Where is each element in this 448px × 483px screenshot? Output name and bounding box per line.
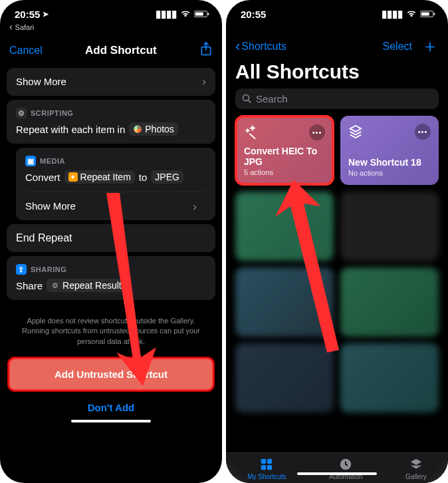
select-button[interactable]: Select	[383, 41, 412, 53]
add-untrusted-shortcut-button[interactable]: Add Untrusted Shortcut	[8, 357, 214, 391]
shortcuts-grid: ••• Convert HEIC To JPG 5 actions ••• Ne…	[226, 116, 448, 412]
repeat-text: Repeat with each item in	[16, 124, 125, 135]
svg-rect-2	[195, 12, 203, 15]
repeat-item-token[interactable]: ✶ Repeat Item	[64, 170, 135, 184]
end-repeat-label: End Repeat	[16, 232, 72, 243]
tile-name: Convert HEIC To JPG	[244, 146, 325, 167]
share-icon[interactable]	[199, 41, 213, 60]
search-input[interactable]: Search	[235, 88, 439, 109]
photos-icon	[133, 124, 142, 134]
share-text: Share	[16, 280, 43, 291]
tile-menu-button[interactable]: •••	[309, 124, 325, 140]
grid-icon	[259, 457, 275, 472]
tile-subtitle: 5 actions	[244, 168, 325, 176]
tab-my-shortcuts[interactable]: My Shortcuts	[247, 457, 286, 480]
status-time: 20:55	[241, 9, 266, 20]
svg-rect-10	[267, 459, 272, 464]
svg-point-8	[243, 95, 249, 101]
home-indicator[interactable]	[297, 472, 377, 475]
tile-menu-button[interactable]: •••	[415, 124, 431, 140]
media-card[interactable]: ▣ MEDIA Convert ✶ Repeat Item to JPEG Sh…	[16, 148, 215, 220]
sharing-card[interactable]: ⇪ SHARING Share ⚙ Repeat Results	[7, 256, 215, 300]
media-label: MEDIA	[40, 157, 65, 165]
chevron-right-icon: ›	[193, 200, 197, 214]
page-title: All Shortcuts	[226, 61, 448, 88]
add-shortcut-screen: 20:55 ➤ ▮▮▮▮ Safari Cancel Add Shortcut …	[0, 0, 222, 483]
jpeg-token[interactable]: JPEG	[151, 170, 183, 184]
svg-rect-6	[434, 13, 435, 15]
scripting-card[interactable]: ⚙ SCRIPTING Repeat with each item in Pho…	[7, 100, 215, 144]
show-more-label: Show More	[16, 76, 66, 87]
repeat-results-token[interactable]: ⚙ Repeat Results	[47, 279, 130, 292]
tab-bar: My Shortcuts Automation Gallery	[226, 452, 448, 483]
helper-text: Apple does not review shortcuts outside …	[0, 304, 222, 353]
tab-automation[interactable]: Automation	[329, 457, 363, 480]
cancel-button[interactable]: Cancel	[9, 45, 43, 57]
back-to-app[interactable]: Safari	[0, 21, 222, 36]
shortcut-tile-blurred[interactable]	[235, 192, 334, 261]
automation-icon	[338, 457, 354, 472]
status-bar: 20:55 ➤ ▮▮▮▮	[0, 0, 222, 21]
tile-name: New Shortcut 18	[348, 157, 431, 168]
navbar: Cancel Add Shortcut	[0, 36, 222, 65]
shortcut-tile-blurred[interactable]	[235, 343, 334, 412]
repeat-results-icon: ⚙	[51, 281, 60, 290]
status-bar: 20:55 ▮▮▮▮	[226, 0, 448, 21]
to-text: to	[139, 172, 148, 183]
wifi-icon	[406, 9, 417, 20]
battery-icon	[420, 9, 436, 20]
shortcut-tile-blurred[interactable]	[340, 267, 439, 337]
back-button[interactable]: ‹Shortcuts	[235, 41, 286, 53]
svg-rect-9	[261, 459, 266, 464]
media-icon: ▣	[25, 156, 36, 166]
show-more-card[interactable]: Show More ›	[7, 68, 215, 96]
search-icon	[242, 94, 252, 104]
svg-rect-7	[421, 12, 429, 15]
show-more-label-2[interactable]: Show More	[25, 200, 76, 212]
home-indicator[interactable]	[71, 420, 151, 422]
wand-icon	[244, 124, 259, 142]
add-button[interactable]: ＋	[421, 35, 439, 58]
layers-icon	[348, 124, 363, 141]
repeat-item-icon: ✶	[68, 172, 78, 182]
wifi-icon	[180, 9, 191, 20]
signal-icon: ▮▮▮▮	[382, 8, 403, 20]
chevron-right-icon: ›	[202, 75, 206, 88]
svg-rect-11	[261, 465, 266, 470]
search-placeholder: Search	[256, 93, 288, 104]
sharing-label: SHARING	[31, 265, 66, 273]
photos-token[interactable]: Photos	[129, 122, 178, 136]
battery-icon	[194, 9, 210, 20]
tab-gallery[interactable]: Gallery	[405, 457, 427, 480]
signal-icon: ▮▮▮▮	[156, 8, 177, 20]
shortcut-tile-blurred[interactable]	[235, 267, 334, 337]
status-time: 20:55	[15, 9, 40, 20]
navbar: ‹Shortcuts Select ＋	[226, 28, 448, 61]
sharing-icon: ⇪	[16, 264, 27, 275]
gallery-icon	[408, 457, 424, 472]
shortcut-tile-blurred[interactable]	[340, 192, 439, 261]
scripting-label: SCRIPTING	[31, 109, 73, 117]
tile-subtitle: No actions	[348, 169, 431, 177]
shortcut-tile-new-18[interactable]: ••• New Shortcut 18 No actions	[340, 116, 439, 185]
scripting-icon: ⚙	[16, 108, 27, 118]
end-repeat-card[interactable]: End Repeat	[7, 224, 215, 252]
svg-rect-1	[208, 13, 209, 15]
convert-text: Convert	[25, 172, 60, 183]
dont-add-button[interactable]: Don't Add	[0, 395, 222, 416]
shortcut-tile-convert-heic[interactable]: ••• Convert HEIC To JPG 5 actions	[235, 116, 334, 185]
page-title: Add Shortcut	[85, 44, 157, 57]
location-icon: ➤	[43, 10, 49, 19]
shortcut-tile-blurred[interactable]	[340, 343, 439, 412]
svg-rect-12	[267, 465, 272, 470]
all-shortcuts-screen: 20:55 ▮▮▮▮ ‹Shortcuts Select ＋ All Short…	[226, 0, 448, 483]
